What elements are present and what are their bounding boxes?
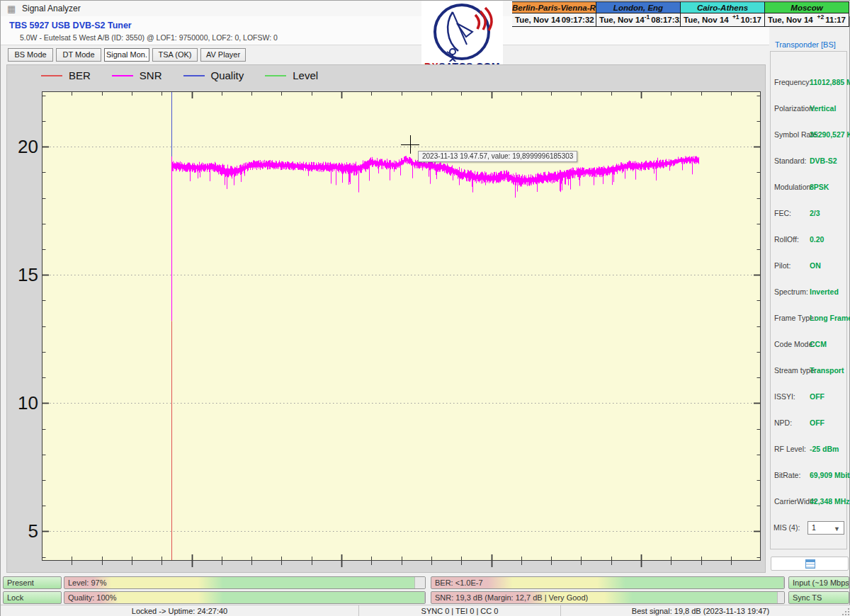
field-value: Inverted	[810, 287, 839, 296]
field-value: ON	[810, 261, 821, 270]
legend-item-1: SNR	[112, 69, 162, 81]
mis-row: MIS (4): 1 ▼	[774, 521, 848, 535]
transponder-row: Frequency: 11012,885 MHz	[774, 78, 846, 89]
field-label: NPD:	[774, 418, 792, 427]
level-meter: Level: 97%	[64, 576, 426, 589]
field-label: Modulation:	[774, 183, 812, 191]
clock-1: London, Eng Tue, Nov 14 -1 08:17:32	[596, 1, 681, 27]
clock-date: Tue, Nov 14	[684, 16, 732, 24]
field-value: 2/3	[810, 209, 820, 217]
y-axis-tick-label: 5	[8, 520, 38, 542]
groupbox-title: Transponder [BS]	[773, 40, 838, 49]
snr-unfilled-segment	[777, 592, 784, 603]
legend-label: BER	[69, 69, 91, 81]
tab-0[interactable]: BS Mode	[8, 48, 53, 62]
field-value: DVB-S2	[810, 156, 837, 165]
legend-line-swatch	[265, 75, 286, 76]
field-value: -25 dBm	[810, 445, 839, 453]
field-value: Long Frame	[810, 314, 850, 322]
clock-0: Berlin-Paris-Vienna-Roma Tue, Nov 14 09:…	[512, 1, 596, 27]
legend-item-0: BER	[41, 69, 91, 81]
signal-trace-canvas[interactable]	[42, 91, 761, 570]
app-icon: ▦	[7, 4, 16, 14]
quality-meter: Quality: 100%	[64, 591, 426, 604]
snr-meter-label: SNR: 19,3 dB (Margin: 12,7 dB | Very Goo…	[435, 593, 588, 602]
clock-date: Tue, Nov 14	[599, 16, 645, 24]
field-label: ISSYI:	[774, 392, 795, 401]
clock-time: 08:17:32	[651, 16, 684, 24]
tab-1[interactable]: DT Mode	[56, 48, 101, 62]
mis-selected-value: 1	[812, 523, 816, 532]
field-value: Vertical	[810, 104, 836, 113]
transponder-row: RollOff: 0.20	[774, 235, 846, 246]
clock-time: 09:17:32	[562, 16, 594, 24]
status-sync-counters: SYNC 0 | TEI 0 | CC 0	[358, 605, 560, 616]
signal-analyzer-window: ▦ Signal Analyzer TBS 5927 USB DVB-S2 Tu…	[0, 0, 850, 616]
transponder-row: BitRate: 69,909 Mbit/s	[774, 471, 846, 481]
transponder-row: ISSYI: OFF	[774, 392, 846, 403]
field-value: 42,348 MHz	[810, 497, 850, 506]
field-label: RF Level:	[774, 445, 806, 453]
transponder-row: FEC: 2/3	[774, 209, 846, 219]
level-unfilled-segment	[414, 577, 425, 588]
transponder-row: Stream type: Transport	[774, 366, 846, 377]
value-tooltip: 2023-11-13 19.47.57, value: 19,899999618…	[418, 151, 577, 162]
transponder-row: Polarization: Vertical	[774, 104, 846, 115]
field-label: BitRate:	[774, 471, 800, 479]
field-label: FEC:	[774, 209, 791, 217]
tune-info: 5.0W - Eutelsat 5 West A/B (ID: 3550) @ …	[20, 33, 278, 42]
transponder-panel: Frequency: 11012,885 MHz Polarization: V…	[769, 45, 850, 573]
clock-time: 11:17	[825, 16, 846, 24]
field-value: 8PSK	[810, 183, 829, 191]
field-value: 0.20	[810, 235, 824, 244]
field-label: Spectrum:	[774, 287, 808, 296]
legend-line-swatch	[112, 75, 133, 76]
dxsatcs-logo: DXSATCS.COM	[421, 1, 503, 74]
transponder-groupbox: Frequency: 11012,885 MHz Polarization: V…	[770, 51, 847, 549]
clock-date: Tue, Nov 14	[515, 16, 560, 24]
legend-line-swatch	[41, 75, 62, 76]
tab-4[interactable]: AV Player	[200, 48, 246, 62]
crosshair-horizontal	[401, 144, 419, 145]
signal-monitor-chart: BER SNR Quality Level 20 15 10	[6, 64, 766, 573]
world-clocks: Berlin-Paris-Vienna-Roma Tue, Nov 14 09:…	[512, 1, 849, 27]
snr-meter: SNR: 19,3 dB (Margin: 12,7 dB | Very Goo…	[431, 591, 785, 604]
y-axis-tick-label: 10	[8, 392, 38, 414]
ber-unfilled-segment	[783, 577, 784, 588]
mis-label: MIS (4):	[774, 523, 800, 532]
field-value: OFF	[810, 392, 824, 401]
field-value: 69,909 Mbit/s	[810, 471, 850, 479]
clock-utc-offset: +2	[817, 13, 824, 21]
field-label: Pilot:	[774, 261, 790, 270]
ber-meter-label: BER: <1.0E-7	[435, 578, 483, 587]
field-value: 35290,527 KS/s	[810, 130, 850, 139]
transponder-row: Symbol Rate: 35290,527 KS/s	[774, 130, 846, 141]
chevron-down-icon: ▼	[834, 523, 840, 535]
status-best-signal: Best signal: 19,8 dB (2023-11-13 19:47)	[560, 605, 840, 616]
clock-2: Cairo-Athens Tue, Nov 14 +1 10:17	[681, 1, 765, 27]
clock-city: London, Eng	[596, 2, 680, 13]
mis-dropdown[interactable]: 1 ▼	[808, 521, 844, 535]
transponder-row: NPD: OFF	[774, 418, 846, 429]
field-label: Standard:	[774, 156, 807, 165]
clock-city: Moscow	[765, 2, 849, 13]
tab-2[interactable]: Signal Mon.	[104, 48, 149, 62]
tab-3[interactable]: TSA (OK)	[152, 48, 198, 62]
chart-legend: BER SNR Quality Level	[41, 69, 318, 81]
legend-label: SNR	[140, 69, 162, 81]
plot-area[interactable]: 2023-11-13 19.47.57, value: 19,899999618…	[42, 91, 761, 561]
level-meter-label: Level: 97%	[68, 578, 106, 587]
mode-tabs: BS Mode DT Mode Signal Mon. TSA (OK) AV …	[8, 48, 246, 62]
resize-grip[interactable]	[842, 608, 849, 615]
quality-meter-label: Quality: 100%	[68, 593, 116, 602]
clock-time: 10:17	[741, 16, 761, 24]
transponder-row: Modulation: 8PSK	[774, 183, 846, 193]
legend-item-3: Level	[265, 69, 318, 81]
clock-utc-offset: +1	[732, 13, 740, 21]
quality-unfilled-segment	[424, 592, 425, 603]
legend-label: Level	[293, 69, 318, 81]
field-label: RollOff:	[774, 235, 799, 244]
field-value: CCM	[810, 340, 827, 348]
export-table-button[interactable]	[771, 557, 849, 571]
clock-datetime: Tue, Nov 14 +2 11:17	[765, 13, 849, 26]
